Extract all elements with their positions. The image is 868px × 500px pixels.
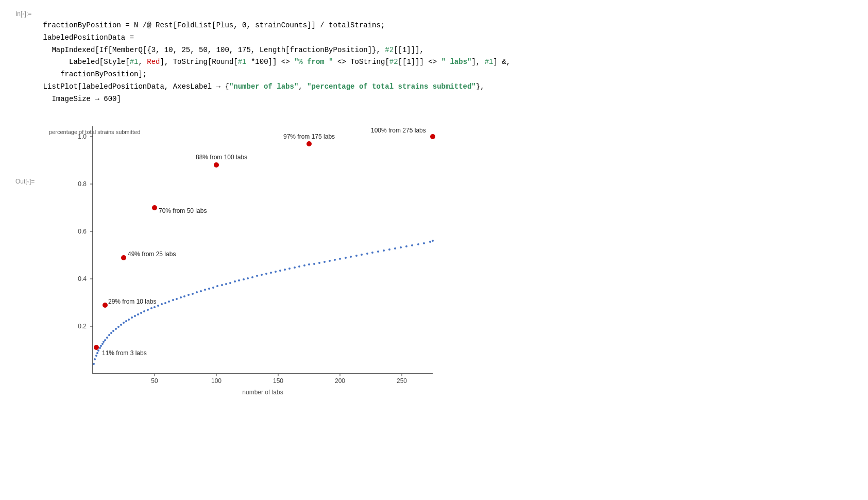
svg-point-69 [229,282,231,284]
svg-point-77 [265,273,267,275]
svg-text:0.8: 0.8 [78,180,87,188]
svg-point-52 [161,303,163,305]
svg-text:0.4: 0.4 [78,275,87,282]
code-line-5: fractionByPosition]; [26,69,853,81]
svg-point-34 [108,334,110,336]
svg-point-99 [377,251,379,253]
svg-point-67 [221,284,223,286]
svg-point-98 [371,252,373,254]
svg-point-56 [176,298,178,300]
label-175labs: 97% from 175 labs [283,133,335,140]
svg-point-41 [125,320,127,322]
svg-point-60 [192,293,194,295]
svg-point-89 [324,261,326,263]
svg-text:200: 200 [335,377,345,385]
svg-point-87 [313,263,315,265]
chart-container: percentage of total strains submitted 0.… [31,121,853,420]
svg-point-51 [157,305,159,307]
svg-point-95 [355,255,358,257]
svg-point-104 [405,245,407,247]
svg-point-102 [394,247,396,249]
svg-point-103 [400,246,402,248]
input-cell: In[◦]:= fractionByPosition = N /@ Rest[F… [15,10,853,106]
svg-point-105 [411,244,413,246]
y-axis-label: percentage of total strains submitted [49,129,140,135]
chart-svg: 0.2 0.4 0.6 0.8 1.0 50 100 150 [62,121,448,420]
svg-point-58 [183,295,185,297]
svg-point-32 [104,339,106,341]
svg-point-38 [117,326,120,328]
svg-point-59 [188,294,190,296]
input-label: In[◦]:= [15,10,853,18]
svg-point-50 [154,306,156,308]
svg-point-57 [180,296,182,298]
svg-point-90 [329,260,331,262]
svg-point-40 [123,322,125,324]
svg-text:50: 50 [151,377,158,385]
svg-text:0.6: 0.6 [78,228,87,235]
code-block: fractionByPosition = N /@ Rest[FoldList[… [15,20,853,106]
svg-point-93 [345,257,347,259]
svg-point-44 [134,315,136,317]
svg-point-96 [361,254,363,256]
svg-point-46 [140,312,142,314]
svg-point-30 [101,343,104,345]
svg-point-73 [247,277,249,279]
svg-point-42 [128,319,130,321]
svg-point-62 [200,290,202,292]
svg-point-107 [423,242,425,244]
label-10labs: 29% from 10 labs [108,298,156,305]
svg-point-48 [147,309,149,311]
code-line-6: ListPlot[labeledPositionData, AxesLabel … [26,81,853,93]
svg-point-71 [238,279,240,281]
svg-point-94 [350,256,352,258]
svg-point-63 [204,289,206,291]
svg-point-27 [97,349,99,352]
label-25labs: 49% from 25 labs [128,251,176,258]
svg-point-91 [334,259,336,261]
svg-point-76 [261,274,263,276]
svg-point-92 [339,258,341,260]
svg-point-84 [298,265,300,268]
svg-point-39 [120,324,122,326]
svg-point-72 [243,278,245,280]
svg-point-29 [100,345,102,347]
svg-point-86 [308,263,310,265]
svg-point-82 [288,268,291,270]
svg-point-33 [106,337,108,339]
svg-point-74 [251,276,253,278]
svg-point-24 [94,358,96,360]
svg-point-75 [256,275,258,277]
svg-point-70 [234,280,236,282]
svg-point-47 [143,310,145,312]
labeled-point-100 [214,162,219,168]
svg-point-83 [294,266,296,269]
label-3labs: 11% from 3 labs [102,349,147,357]
labeled-point-175 [307,141,312,146]
code-line-7: ImageSize → 600] [26,93,853,106]
svg-point-80 [279,270,281,272]
svg-text:100: 100 [211,377,222,385]
code-line-2: labeledPositionData = [26,32,853,44]
svg-point-53 [164,302,166,304]
code-line-4: Labeled[Style[#1, Red], ToString[Round[#… [26,56,853,69]
svg-point-23 [93,363,95,365]
labeled-point-3 [94,345,99,350]
output-cell: Out[◦]= percentage of total strains subm… [15,121,853,420]
label-50labs: 70% from 50 labs [159,207,207,214]
svg-text:250: 250 [397,377,407,385]
svg-point-45 [137,313,139,315]
svg-point-28 [99,347,101,349]
svg-point-106 [417,243,419,245]
svg-point-81 [284,269,286,271]
svg-point-25 [95,355,97,357]
svg-point-64 [208,288,210,290]
svg-text:number of labs: number of labs [242,389,283,396]
label-275labs: 100% from 275 labs [371,127,426,134]
svg-point-49 [150,307,152,309]
svg-point-88 [318,262,320,264]
svg-point-31 [103,341,105,343]
svg-text:150: 150 [273,377,283,385]
svg-point-108 [429,241,431,243]
code-line-3: MapIndexed[If[MemberQ[{3, 10, 25, 50, 10… [26,44,853,57]
